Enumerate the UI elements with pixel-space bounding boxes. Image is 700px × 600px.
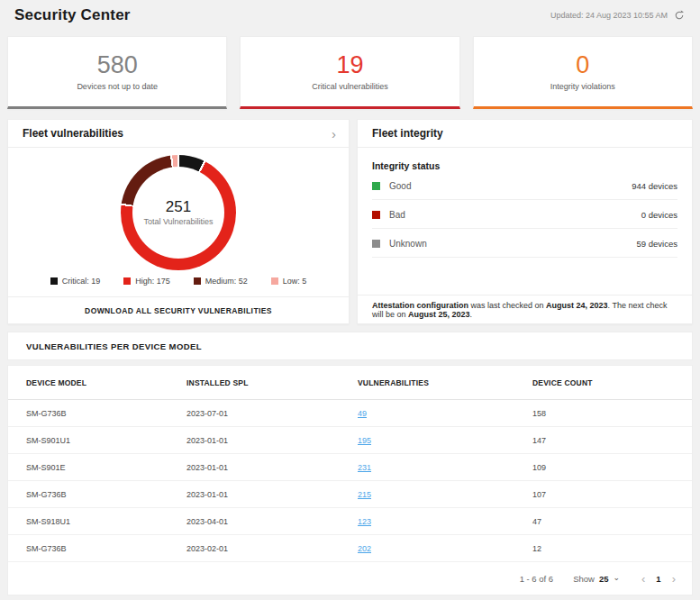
fleet-vulnerabilities-footer: DOWNLOAD ALL SECURITY VULNERABILITIES bbox=[8, 296, 349, 323]
attestation-text: was last checked on bbox=[468, 301, 546, 310]
table-row: SM-G736B 2023-02-01 202 12 bbox=[8, 535, 692, 562]
legend-item-medium: Medium: 52 bbox=[194, 277, 248, 286]
kpi-devices-not-up-to-date[interactable]: 580 Devices not up to date bbox=[7, 36, 227, 109]
integrity-value: 0 devices bbox=[641, 210, 677, 220]
cell-device-model: SM-G736B bbox=[26, 544, 186, 553]
critical-swatch-icon bbox=[50, 277, 58, 285]
vulnerability-count-link[interactable]: 202 bbox=[358, 544, 371, 553]
vulnerability-count-link[interactable]: 49 bbox=[358, 409, 367, 418]
integrity-row-unknown: Unknown 59 devices bbox=[372, 230, 677, 258]
prev-page-button[interactable]: ‹ bbox=[636, 572, 650, 586]
chevron-right-icon[interactable]: › bbox=[332, 127, 336, 141]
page-size-value: 25 bbox=[599, 574, 609, 584]
vulnerability-count-link[interactable]: 231 bbox=[358, 463, 371, 472]
cell-device-count: 47 bbox=[532, 517, 677, 526]
table-row: SM-G736B 2023-07-01 49 158 bbox=[8, 400, 692, 427]
integrity-row-good: Good 944 devices bbox=[372, 172, 677, 200]
legend-label: Medium: 52 bbox=[205, 277, 248, 286]
refresh-icon[interactable] bbox=[673, 9, 686, 22]
cell-device-model: SM-S918U1 bbox=[26, 517, 186, 526]
pagination-range: 1 - 6 of 6 bbox=[520, 574, 554, 584]
legend-label: Low: 5 bbox=[283, 277, 307, 286]
cell-installed-spl: 2023-01-01 bbox=[186, 490, 358, 499]
unknown-status-icon bbox=[372, 240, 380, 248]
kpi-critical-vulnerabilities[interactable]: 19 Critical vulnerabilities bbox=[240, 36, 459, 109]
cell-installed-spl: 2023-01-01 bbox=[186, 463, 358, 472]
next-page-button[interactable]: › bbox=[667, 572, 681, 586]
pagination-bar: 1 - 6 of 6 Show 25 ⌄ ‹ 1 › bbox=[8, 562, 692, 595]
vulnerability-count-link[interactable]: 195 bbox=[358, 436, 371, 445]
current-page-button[interactable]: 1 bbox=[650, 574, 666, 584]
kpi-value: 0 bbox=[576, 52, 589, 79]
cell-device-model: SM-G736B bbox=[26, 409, 186, 418]
cell-device-count: 12 bbox=[532, 544, 677, 553]
integrity-status-section: Integrity status Good 944 devices Bad 0 … bbox=[358, 148, 692, 295]
fleet-integrity-panel: Fleet integrity Integrity status Good 94… bbox=[357, 119, 693, 324]
attestation-text: . bbox=[470, 310, 473, 319]
good-status-icon bbox=[372, 182, 380, 190]
attestation-next-check-date: August 25, 2023 bbox=[408, 310, 470, 319]
vulnerabilities-table: DEVICE MODEL INSTALLED SPL VULNERABILITI… bbox=[7, 365, 693, 595]
kpi-label: Integrity violations bbox=[550, 82, 615, 91]
page-header: Security Center Updated: 24 Aug 2023 10:… bbox=[7, 0, 693, 31]
cell-device-count: 147 bbox=[532, 436, 677, 445]
table-title-band: VULNERABILITIES PER DEVICE MODEL bbox=[7, 332, 693, 360]
panel-title: Fleet vulnerabilities bbox=[23, 127, 123, 140]
legend-label: Critical: 19 bbox=[62, 277, 101, 286]
fleet-integrity-header: Fleet integrity bbox=[358, 120, 692, 148]
total-vulnerabilities-value: 251 bbox=[166, 198, 191, 216]
page-title: Security Center bbox=[14, 6, 131, 24]
cell-device-count: 107 bbox=[532, 490, 677, 499]
show-label: Show bbox=[573, 574, 595, 584]
column-header-vulnerabilities: VULNERABILITIES bbox=[358, 378, 532, 387]
integrity-label: Good bbox=[389, 181, 411, 191]
table-body: SM-G736B 2023-07-01 49 158 SM-S901U1 202… bbox=[8, 400, 692, 562]
cell-installed-spl: 2023-04-01 bbox=[186, 517, 358, 526]
cell-device-model: SM-G736B bbox=[26, 490, 186, 499]
kpi-row: 580 Devices not up to date 19 Critical v… bbox=[7, 36, 693, 109]
table-row: SM-S901E 2023-01-01 231 109 bbox=[8, 454, 692, 481]
integrity-row-bad: Bad 0 devices bbox=[372, 201, 677, 229]
integrity-label: Bad bbox=[389, 210, 405, 220]
kpi-value: 580 bbox=[97, 52, 138, 79]
medium-swatch-icon bbox=[194, 277, 201, 285]
table-row: SM-S918U1 2023-04-01 123 47 bbox=[8, 508, 692, 535]
kpi-value: 19 bbox=[336, 52, 363, 79]
integrity-status-heading: Integrity status bbox=[372, 160, 677, 171]
legend-item-critical: Critical: 19 bbox=[50, 277, 101, 286]
legend-item-high: High: 175 bbox=[123, 277, 170, 286]
cell-installed-spl: 2023-07-01 bbox=[186, 409, 358, 418]
panels-row: Fleet vulnerabilities › 251 Total Vulner… bbox=[7, 119, 693, 324]
donut-chart-area: 251 Total Vulnerabilities bbox=[8, 148, 349, 277]
column-header-installed-spl: INSTALLED SPL bbox=[186, 378, 358, 387]
security-center-page: Security Center Updated: 24 Aug 2023 10:… bbox=[0, 0, 700, 595]
kpi-label: Devices not up to date bbox=[77, 82, 158, 91]
chevron-down-icon: ⌄ bbox=[613, 573, 620, 582]
integrity-label: Unknown bbox=[389, 239, 427, 249]
vulnerability-count-link[interactable]: 215 bbox=[358, 490, 371, 499]
attestation-config-label: Attestation configuration bbox=[372, 301, 468, 310]
high-swatch-icon bbox=[123, 277, 131, 285]
updated-timestamp: Updated: 24 Aug 2023 10:55 AM bbox=[550, 11, 668, 20]
total-vulnerabilities-label: Total Vulnerabilities bbox=[143, 217, 213, 226]
table-row: SM-G736B 2023-01-01 215 107 bbox=[8, 481, 692, 508]
cell-device-count: 158 bbox=[532, 409, 677, 418]
cell-device-count: 109 bbox=[532, 463, 677, 472]
column-header-device-count: DEVICE COUNT bbox=[532, 378, 677, 387]
integrity-value: 944 devices bbox=[632, 181, 677, 191]
column-header-device-model: DEVICE MODEL bbox=[26, 378, 186, 387]
legend-label: High: 175 bbox=[135, 277, 170, 286]
table-title: VULNERABILITIES PER DEVICE MODEL bbox=[26, 341, 202, 351]
fleet-vulnerabilities-header: Fleet vulnerabilities › bbox=[8, 120, 349, 148]
attestation-note: Attestation configuration was last check… bbox=[358, 295, 692, 323]
page-size-control[interactable]: Show 25 ⌄ bbox=[573, 574, 620, 584]
cell-device-model: SM-S901E bbox=[26, 463, 186, 472]
kpi-integrity-violations[interactable]: 0 Integrity violations bbox=[473, 36, 693, 109]
updated-info: Updated: 24 Aug 2023 10:55 AM bbox=[550, 9, 686, 22]
fleet-vulnerabilities-panel: Fleet vulnerabilities › 251 Total Vulner… bbox=[7, 119, 350, 324]
table-row: SM-S901U1 2023-01-01 195 147 bbox=[8, 427, 692, 454]
cell-installed-spl: 2023-01-01 bbox=[186, 436, 358, 445]
download-all-vulnerabilities-button[interactable]: DOWNLOAD ALL SECURITY VULNERABILITIES bbox=[85, 306, 272, 315]
kpi-label: Critical vulnerabilities bbox=[312, 82, 388, 91]
vulnerability-count-link[interactable]: 123 bbox=[358, 517, 371, 526]
